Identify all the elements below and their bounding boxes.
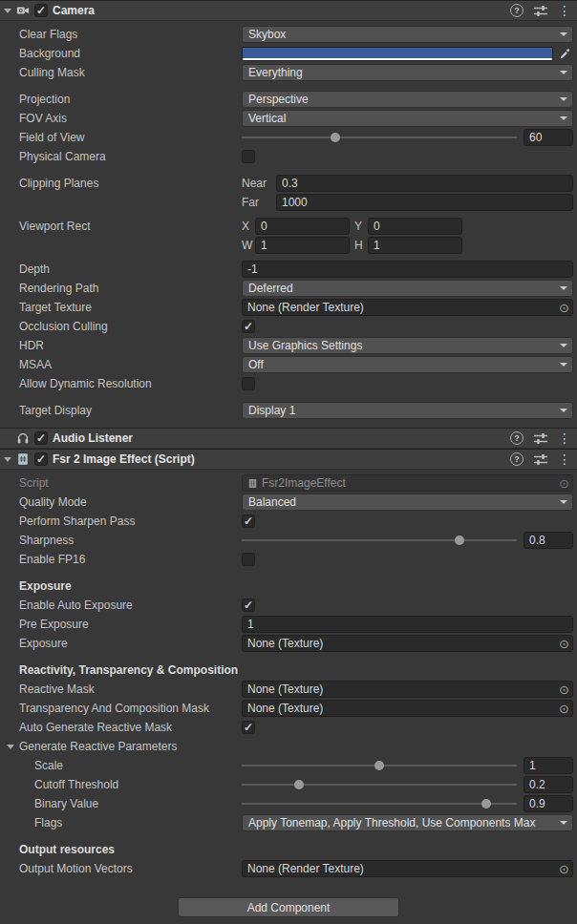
help-icon[interactable]: ?	[510, 452, 524, 466]
sharpness-input[interactable]: 0.8	[524, 532, 573, 549]
cutoff-threshold-input[interactable]: 0.2	[524, 776, 573, 793]
binary-value-row: Binary Value 0.9	[0, 794, 577, 813]
slider-knob[interactable]	[455, 536, 464, 545]
quality-mode-row: Quality Mode Balanced	[0, 493, 577, 512]
viewport-x-input[interactable]: 0	[255, 218, 350, 235]
pre-exposure-input[interactable]: 1	[242, 616, 573, 633]
scale-input[interactable]: 1	[524, 757, 573, 774]
hdr-dropdown[interactable]: Use Graphics Settings	[242, 337, 573, 354]
target-texture-field[interactable]: None (Render Texture) ⊙	[242, 299, 573, 316]
flags-dropdown[interactable]: Apply Tonemap, Apply Threshold, Use Comp…	[242, 814, 573, 831]
exposure-field[interactable]: None (Texture) ⊙	[242, 635, 573, 652]
help-icon[interactable]: ?	[510, 4, 524, 17]
reactive-mask-field[interactable]: None (Texture) ⊙	[242, 681, 573, 698]
object-picker-icon[interactable]: ⊙	[559, 863, 569, 875]
quality-mode-dropdown[interactable]: Balanced	[242, 494, 573, 511]
viewport-y-value: 0	[374, 220, 380, 233]
enable-fp16-checkbox[interactable]: ✓	[242, 553, 255, 566]
scale-slider[interactable]	[242, 757, 517, 774]
fsr2-enabled-checkbox[interactable]: ✓	[34, 452, 48, 466]
slider-knob[interactable]	[374, 761, 384, 770]
object-picker-icon[interactable]: ⊙	[559, 638, 569, 650]
rendering-path-dropdown[interactable]: Deferred	[242, 280, 573, 297]
enable-auto-exposure-checkbox[interactable]: ✓	[242, 598, 255, 612]
kebab-menu-icon[interactable]: ⋮	[558, 452, 571, 466]
camera-foldout-arrow[interactable]	[4, 9, 11, 13]
occlusion-culling-checkbox[interactable]: ✓	[242, 320, 255, 333]
foldout-arrow[interactable]	[7, 745, 14, 749]
msaa-label: MSAA	[0, 358, 242, 371]
exposure-label: Exposure	[0, 637, 242, 650]
transparency-and-composition-mask-field[interactable]: None (Texture) ⊙	[242, 700, 573, 717]
msaa-dropdown[interactable]: Off	[242, 356, 573, 373]
audio-listener-component-header[interactable]: ✓ Audio Listener ? ⋮	[0, 428, 577, 449]
fsr2-foldout-arrow[interactable]	[4, 457, 11, 462]
background-row: Background	[0, 44, 577, 63]
slider-knob[interactable]	[481, 799, 491, 808]
kebab-menu-icon[interactable]: ⋮	[558, 4, 571, 17]
output-motion-vectors-row: Output Motion Vectors None (Render Textu…	[0, 859, 577, 878]
camera-component-body: Clear Flags Skybox Background Culling Ma…	[0, 21, 577, 428]
help-icon[interactable]: ?	[510, 431, 524, 445]
fov-axis-dropdown[interactable]: Vertical	[242, 110, 573, 127]
culling-mask-row: Culling Mask Everything	[0, 63, 577, 82]
enable-fp16-label: Enable FP16	[0, 553, 242, 566]
eyedropper-icon[interactable]	[556, 48, 573, 60]
camera-enabled-checkbox[interactable]: ✓	[34, 4, 48, 17]
viewport-rect-label: Viewport Rect	[0, 220, 242, 233]
object-picker-icon[interactable]: ⊙	[559, 683, 569, 696]
headphones-icon	[16, 431, 30, 445]
binary-value-slider[interactable]	[242, 795, 517, 812]
fsr2-component-body: Script Fsr2ImageEffect ⊙	[0, 470, 577, 886]
background-color-swatch[interactable]	[242, 47, 553, 61]
output-motion-vectors-field[interactable]: None (Render Texture) ⊙	[242, 860, 573, 877]
viewport-h-input[interactable]: 1	[368, 237, 462, 254]
presets-icon[interactable]	[534, 432, 547, 445]
near-input[interactable]: 0.3	[276, 175, 573, 192]
viewport-y-input[interactable]: 0	[368, 218, 462, 235]
clear-flags-dropdown[interactable]: Skybox	[242, 26, 573, 43]
allow-dynamic-resolution-checkbox[interactable]: ✓	[242, 377, 255, 390]
object-picker-icon[interactable]: ⊙	[559, 477, 569, 490]
sharpness-slider[interactable]	[242, 532, 517, 549]
far-input[interactable]: 1000	[276, 194, 573, 211]
projection-row: Projection Perspective	[0, 90, 577, 109]
output-motion-vectors-label: Output Motion Vectors	[0, 862, 242, 875]
script-label: Script	[0, 476, 242, 490]
physical-camera-label: Physical Camera	[0, 150, 242, 163]
binary-value-input[interactable]: 0.9	[524, 795, 573, 812]
camera-component-header[interactable]: ✓ Camera ? ⋮	[0, 0, 577, 21]
binary-value-value: 0.9	[529, 797, 545, 810]
fsr2-component-header[interactable]: ✓ Fsr 2 Image Effect (Script) ? ⋮	[0, 449, 577, 470]
perform-sharpen-pass-checkbox[interactable]: ✓	[242, 514, 255, 528]
physical-camera-checkbox[interactable]: ✓	[242, 150, 255, 163]
generate-reactive-parameters-foldout[interactable]: Generate Reactive Parameters	[0, 740, 242, 753]
target-display-label: Target Display	[0, 404, 242, 417]
object-picker-icon[interactable]: ⊙	[559, 302, 569, 314]
exposure-section-header: Exposure	[0, 577, 577, 596]
viewport-w-input[interactable]: 1	[255, 237, 350, 254]
generate-reactive-parameters-row: Generate Reactive Parameters	[0, 737, 577, 756]
depth-input[interactable]: -1	[242, 261, 573, 278]
sharpness-row: Sharpness 0.8	[0, 531, 577, 550]
field-of-view-slider[interactable]	[242, 129, 517, 146]
clear-flags-value: Skybox	[248, 28, 286, 41]
auto-generate-reactive-mask-checkbox[interactable]: ✓	[242, 721, 255, 734]
script-row: Script Fsr2ImageEffect ⊙	[0, 473, 577, 493]
presets-icon[interactable]	[534, 5, 547, 17]
audio-listener-enabled-checkbox[interactable]: ✓	[34, 431, 48, 445]
camera-title: Camera	[53, 4, 95, 17]
presets-icon[interactable]	[534, 453, 547, 466]
slider-knob[interactable]	[294, 780, 304, 789]
culling-mask-dropdown[interactable]: Everything	[242, 64, 573, 81]
object-picker-icon[interactable]: ⊙	[559, 703, 569, 715]
slider-knob[interactable]	[331, 133, 340, 142]
cutoff-threshold-slider[interactable]	[242, 776, 517, 793]
add-component-button[interactable]: Add Component	[178, 897, 399, 917]
projection-dropdown[interactable]: Perspective	[242, 91, 573, 108]
target-display-dropdown[interactable]: Display 1	[242, 402, 573, 419]
reactive-mask-value: None (Texture)	[247, 682, 323, 696]
field-of-view-input[interactable]: 60	[524, 129, 573, 146]
kebab-menu-icon[interactable]: ⋮	[558, 431, 571, 445]
perform-sharpen-pass-row: Perform Sharpen Pass ✓	[0, 512, 577, 531]
